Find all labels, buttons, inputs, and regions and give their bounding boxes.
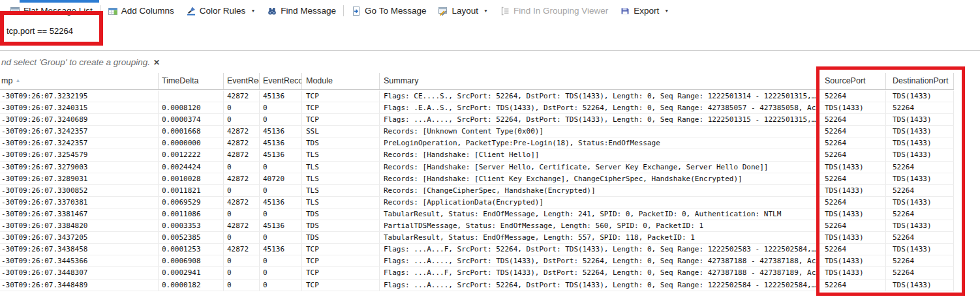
cell-ts: -30T09:26:07.3289031: [0, 173, 159, 184]
cell-erec2: 45136: [260, 244, 302, 255]
cell-ts: -30T09:26:07.3240315: [0, 102, 159, 113]
cell-erec2: 0: [260, 267, 302, 278]
cell-delta: 0.0001668: [159, 126, 224, 137]
add-columns-button[interactable]: Add Columns: [102, 3, 180, 19]
cell-erec2: 40720: [260, 173, 302, 184]
toolbar-label: Find Message: [281, 6, 336, 16]
cell-ts: -30T09:26:07.3448489: [0, 280, 159, 291]
grid-header-row: mp▲ TimeDelta EventRec EventRecor Module…: [0, 73, 954, 90]
cell-erec1: 0: [224, 255, 260, 266]
cell-ts: -30T09:26:07.3445366: [0, 255, 159, 266]
cell-summary: Records: [Unknown Content Type(0x00)]: [380, 126, 817, 137]
column-header-eventrecord1[interactable]: EventRec: [224, 73, 260, 89]
cell-summary: Flags: ...A...., SrcPort: 52264, DstPort…: [380, 280, 817, 291]
cell-erec1: 0: [224, 280, 260, 291]
chevron-down-icon: ▼: [664, 8, 669, 13]
column-header-timestamp[interactable]: mp▲: [0, 73, 159, 89]
layout-icon: [438, 6, 448, 16]
cell-delta: 0.0010028: [159, 173, 224, 184]
chevron-down-icon: ▼: [483, 8, 488, 13]
cell-delta: 0.0000374: [159, 114, 224, 125]
column-header-eventrecord2[interactable]: EventRecor: [260, 73, 302, 89]
chevron-down-icon: ▼: [251, 8, 255, 13]
column-header-module[interactable]: Module: [302, 73, 380, 89]
table-row[interactable]: -30T09:26:07.33848200.00033534287245136T…: [0, 220, 954, 232]
table-row[interactable]: -30T09:26:07.33008520.001182100TLSRecord…: [0, 185, 954, 197]
find-message-button[interactable]: Find Message: [261, 3, 342, 19]
export-button[interactable]: Export ▼: [614, 3, 675, 19]
table-row[interactable]: -30T09:26:07.32790030.002442400TLSRecord…: [0, 162, 954, 173]
close-icon[interactable]: ✕: [153, 58, 160, 67]
table-row[interactable]: -30T09:26:07.34484890.000018200TCPFlags:…: [0, 280, 954, 291]
cell-summary: PreLoginOperation, PacketType:Pre-Login(…: [380, 137, 817, 149]
cell-erec1: 42872: [224, 126, 260, 137]
cell-delta: 0.0011821: [159, 185, 224, 196]
cell-ts: -30T09:26:07.3384820: [0, 220, 159, 231]
cell-ts: -30T09:26:07.3381467: [0, 208, 159, 220]
find-in-grouping-viewer-button: Find In Grouping Viewer: [494, 3, 614, 19]
cell-erec1: 42872: [224, 137, 260, 149]
cell-ts: -30T09:26:07.3448307: [0, 267, 159, 278]
toolbar-label: Add Columns: [121, 6, 174, 16]
cell-erec2: 45136: [260, 91, 302, 102]
cell-erec1: 0: [224, 267, 260, 278]
table-row[interactable]: -30T09:26:07.32321954287245136TCPFlags: …: [0, 91, 954, 102]
go-to-message-icon: [351, 6, 361, 16]
toolbar-label: Go To Message: [365, 6, 426, 16]
table-row[interactable]: -30T09:26:07.32423570.00016684287245136S…: [0, 126, 954, 137]
cell-module: TLS: [302, 185, 380, 196]
table-row[interactable]: -30T09:26:07.34384580.00012534287245136T…: [0, 244, 954, 255]
layout-button[interactable]: Layout ▼: [432, 3, 493, 19]
cell-module: TDS: [302, 137, 380, 149]
table-row[interactable]: -30T09:26:07.32406890.000037400TCPFlags:…: [0, 114, 954, 126]
cell-summary: TabularResult, Status: EndOfMessage, Len…: [380, 208, 817, 220]
session-filter-panel: tcp.port == 52264: [0, 18, 980, 51]
table-row[interactable]: -30T09:26:07.32403150.000812000TCPFlags:…: [0, 102, 954, 114]
cell-module: TDS: [302, 220, 380, 231]
table-row[interactable]: -30T09:26:07.33814670.001108600TDSTabula…: [0, 208, 954, 220]
toolbar-label: Export: [634, 6, 659, 16]
color-rules-button[interactable]: Color Rules ▼: [180, 3, 261, 19]
cell-delta: 0.0052385: [159, 232, 224, 243]
cell-delta: 0.0000182: [159, 280, 224, 291]
column-header-timedelta[interactable]: TimeDelta: [159, 73, 224, 89]
cell-summary: Flags: ...A...F, SrcPort: 52264, DstPort…: [380, 244, 817, 255]
color-rules-icon: [186, 6, 196, 16]
cell-ts: -30T09:26:07.3370381: [0, 197, 159, 208]
cell-module: TCP: [302, 267, 380, 278]
table-row[interactable]: -30T09:26:07.34483070.000294100TCPFlags:…: [0, 267, 954, 279]
column-header-summary[interactable]: Summary: [380, 73, 817, 89]
cell-erec2: 0: [260, 114, 302, 125]
export-icon: [620, 6, 630, 16]
cell-erec1: 0: [224, 102, 260, 113]
cell-erec1: 0: [224, 208, 260, 220]
cell-delta: 0.0012222: [159, 149, 224, 160]
go-to-message-button[interactable]: Go To Message: [345, 3, 432, 19]
cell-erec1: 42872: [224, 173, 260, 184]
cell-erec1: 0: [224, 114, 260, 125]
cell-erec2: 0: [260, 185, 302, 196]
cell-summary: Records: [Handshake: [Client Hello]]: [380, 149, 817, 160]
cell-erec2: 0: [260, 280, 302, 291]
cell-erec1: 0: [224, 162, 260, 173]
cell-module: TLS: [302, 162, 380, 173]
cell-ts: -30T09:26:07.3242357: [0, 137, 159, 149]
toolbar-separator: [343, 5, 344, 16]
cell-erec2: 45136: [260, 126, 302, 137]
cell-delta: 0.0002941: [159, 267, 224, 278]
table-row[interactable]: -30T09:26:07.32890310.00100284287240720T…: [0, 173, 954, 185]
cell-erec1: 0: [224, 185, 260, 196]
find-message-icon: [267, 6, 277, 16]
table-row[interactable]: -30T09:26:07.34372050.005238500TDSTabula…: [0, 232, 954, 244]
highlight-rectangle-filter: [0, 11, 103, 46]
cell-ts: -30T09:26:07.3437205: [0, 232, 159, 243]
table-row[interactable]: -30T09:26:07.32545790.00122224287245136T…: [0, 149, 954, 161]
cell-erec2: 45136: [260, 220, 302, 231]
cell-erec2: 0: [260, 162, 302, 173]
cell-erec2: 45136: [260, 149, 302, 160]
cell-erec1: 0: [224, 232, 260, 243]
table-row[interactable]: -30T09:26:07.32423570.00000004287245136T…: [0, 137, 954, 149]
table-row[interactable]: -30T09:26:07.34453660.000690800TCPFlags:…: [0, 255, 954, 267]
table-row[interactable]: -30T09:26:07.33703810.00695294287245136T…: [0, 197, 954, 208]
cell-delta: 0.0069529: [159, 197, 224, 208]
